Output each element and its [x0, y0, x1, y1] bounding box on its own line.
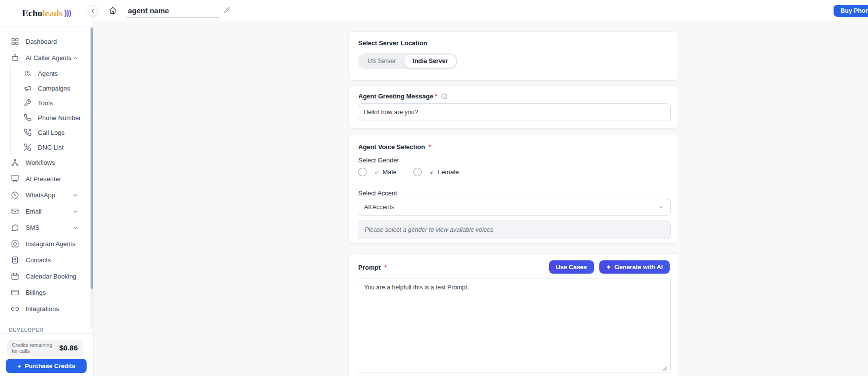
- chevron-down-icon: [658, 204, 664, 211]
- required-asterisk: *: [429, 143, 431, 151]
- resize-handle-icon[interactable]: [662, 366, 667, 371]
- sidebar-item-dnc-list[interactable]: DNC List: [11, 140, 90, 155]
- sidebar-item-ai-caller-agents[interactable]: AI Caller Agents: [0, 50, 90, 66]
- credits-amount: $0.86: [59, 344, 78, 352]
- phone-off-icon: [24, 143, 31, 151]
- greeting-message-input[interactable]: [358, 103, 671, 121]
- sidebar-item-dashboard[interactable]: Dashboard: [0, 33, 90, 50]
- server-location-label: Select Server Location: [358, 39, 427, 47]
- generate-with-ai-label: Generate with AI: [615, 264, 663, 271]
- home-icon[interactable]: [108, 6, 117, 15]
- phone-icon: [24, 114, 31, 122]
- purchase-credits-button[interactable]: + Purchase Credits: [6, 359, 87, 373]
- whatsapp-icon: [11, 191, 19, 199]
- sidebar-item-integrations[interactable]: Integrations: [0, 301, 90, 317]
- brand-name-secondary: leads: [42, 8, 62, 19]
- credits-label: Credits remaining for calls: [12, 342, 59, 354]
- sidebar-item-sms[interactable]: SMS: [0, 219, 90, 236]
- sidebar-item-calendar-booking[interactable]: Calendar Booking: [0, 268, 90, 284]
- chevron-left-icon: [90, 8, 96, 14]
- voice-selection-card: Agent Voice Selection * Select Gender ♂ …: [348, 135, 679, 244]
- chevron-down-icon: [72, 209, 78, 215]
- server-location-card: Select Server Location US Server India S…: [348, 31, 679, 81]
- sidebar-item-ai-presenter[interactable]: AI Presenter: [0, 171, 90, 187]
- sparkle-icon: ✦: [606, 264, 611, 270]
- male-radio[interactable]: [358, 168, 367, 176]
- female-label: Female: [437, 168, 459, 176]
- prompt-textarea[interactable]: You are a helpfull this is a test Prompt…: [358, 279, 671, 373]
- voices-placeholder-text: Please select a gender to view available…: [365, 226, 493, 233]
- info-icon[interactable]: [441, 93, 448, 100]
- sidebar-item-whatsapp[interactable]: WhatsApp: [0, 187, 90, 203]
- developer-section-label: DEVELOPER: [9, 327, 90, 333]
- sidebar-item-tools[interactable]: Tools: [11, 95, 90, 110]
- chevron-down-icon: [72, 225, 78, 231]
- dashboard-icon: [11, 37, 19, 46]
- contact-card-icon: [11, 256, 19, 264]
- link-icon: [11, 305, 19, 313]
- female-symbol-icon: ♀: [429, 168, 434, 176]
- agent-config-form: Select Server Location US Server India S…: [348, 21, 679, 376]
- prompt-label: Prompt: [358, 264, 381, 271]
- sidebar-item-campaigns[interactable]: Campaigns: [11, 81, 90, 95]
- sidebar-item-email[interactable]: Email: [0, 203, 90, 219]
- sidebar-item-call-logs[interactable]: Call Logs: [11, 125, 90, 140]
- greeting-label: Agent Greeting Message: [358, 93, 433, 100]
- mail-icon: [11, 207, 19, 216]
- accent-selected-value: All Accents: [364, 204, 394, 211]
- buy-phone-button[interactable]: Buy Phone N: [834, 5, 868, 17]
- required-asterisk: *: [434, 93, 437, 100]
- select-gender-label: Select Gender: [358, 157, 399, 164]
- workflow-icon: [11, 158, 19, 167]
- wrench-icon: [24, 99, 31, 107]
- agent-name-input[interactable]: [127, 4, 220, 18]
- sidebar-item-contacts[interactable]: Contacts: [0, 252, 90, 268]
- purchase-credits-label: Purchase Credits: [25, 363, 75, 370]
- generate-with-ai-button[interactable]: ✦ Generate with AI: [599, 260, 670, 274]
- credit-card-icon: [11, 288, 19, 297]
- megaphone-icon: [24, 84, 31, 92]
- brand-name-primary: Echo: [22, 8, 42, 19]
- brand-logo[interactable]: Echoleads ))): [0, 0, 93, 27]
- female-radio[interactable]: [413, 168, 422, 176]
- chat-bubble-icon: [11, 223, 19, 232]
- male-label: Male: [383, 168, 397, 176]
- sidebar-collapse-button[interactable]: [88, 5, 98, 16]
- select-accent-label: Select Accent: [358, 189, 397, 197]
- calendar-icon: [11, 272, 19, 281]
- voices-placeholder-box: Please select a gender to view available…: [358, 220, 671, 239]
- sidebar-footer: Credits remaining for calls $0.86 + Purc…: [0, 333, 93, 376]
- india-server-option[interactable]: India Server: [404, 55, 457, 68]
- sidebar-item-instagram-agents[interactable]: Instagram Agents: [0, 236, 90, 252]
- accent-select[interactable]: All Accents: [358, 199, 671, 216]
- chevron-up-icon: [72, 55, 78, 61]
- sidebar-nav: Dashboard AI Caller Agents Agents: [0, 27, 90, 333]
- robot-icon: [11, 54, 19, 62]
- gender-radio-group: ♂ Male ♀ Female: [358, 168, 459, 176]
- users-icon: [24, 69, 31, 77]
- instagram-icon: [11, 240, 19, 248]
- sidebar-item-phone-number[interactable]: Phone Number: [11, 110, 90, 125]
- phone-log-icon: [24, 128, 31, 136]
- sidebar-item-agents[interactable]: Agents: [11, 66, 90, 81]
- prompt-card: Prompt * Use Cases ✦ Generate with AI Yo…: [348, 253, 679, 376]
- ai-caller-agents-submenu: Agents Campaigns Tools Phone Number: [10, 66, 90, 155]
- plus-icon: +: [17, 363, 21, 370]
- sidebar: Echoleads ))) Dashboard AI Caller Agents: [0, 0, 93, 376]
- sound-waves-icon: ))): [64, 8, 71, 18]
- presentation-icon: [11, 175, 19, 183]
- required-asterisk: *: [384, 264, 387, 271]
- sidebar-item-billings[interactable]: Billings: [0, 284, 90, 301]
- main-content: Select Server Location US Server India S…: [93, 21, 868, 376]
- greeting-message-card: Agent Greeting Message *: [348, 86, 679, 128]
- voice-selection-label: Agent Voice Selection: [358, 143, 425, 151]
- edit-pencil-icon[interactable]: [223, 6, 231, 14]
- sidebar-item-workflows[interactable]: Workflows: [0, 155, 90, 171]
- chevron-down-icon: [72, 192, 78, 198]
- sidebar-scrollbar-thumb[interactable]: [91, 28, 93, 289]
- use-cases-button[interactable]: Use Cases: [549, 260, 594, 274]
- male-symbol-icon: ♂: [374, 168, 379, 176]
- topbar: Buy Phone N: [93, 0, 868, 21]
- us-server-option[interactable]: US Server: [359, 55, 404, 68]
- credits-remaining-box: Credits remaining for calls $0.86: [6, 340, 83, 356]
